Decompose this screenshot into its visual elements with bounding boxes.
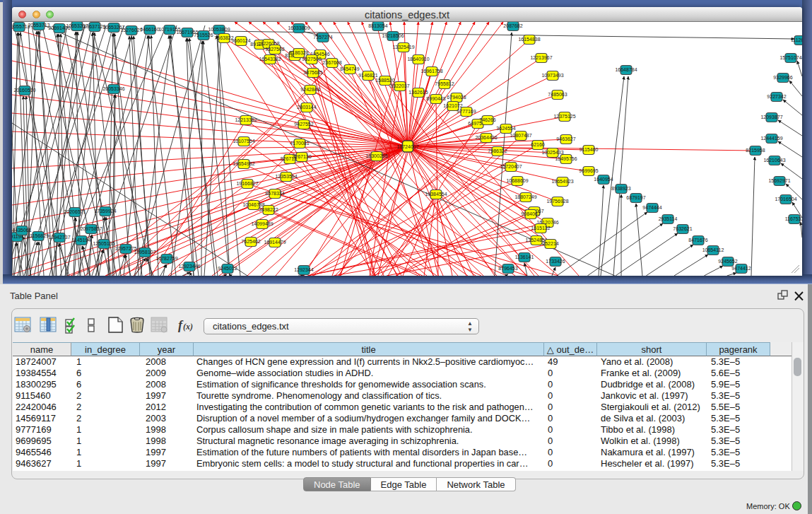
svg-text:9227342: 9227342 [767, 94, 786, 99]
svg-text:9245652: 9245652 [718, 259, 737, 264]
svg-text:12923446: 12923446 [178, 264, 200, 269]
svg-text:16648784: 16648784 [615, 67, 637, 72]
svg-text:20206571: 20206571 [64, 209, 86, 214]
svg-text:17359924: 17359924 [94, 209, 116, 214]
svg-text:3624554: 3624554 [496, 126, 515, 131]
svg-text:20975857: 20975857 [80, 226, 102, 231]
svg-text:746266: 746266 [479, 117, 495, 122]
svg-text:18724007: 18724007 [396, 144, 418, 149]
svg-text:9699695: 9699695 [579, 168, 598, 173]
svg-text:4170081: 4170081 [290, 141, 309, 146]
svg-text:(x): (x) [183, 322, 193, 332]
svg-text:6879197: 6879197 [626, 195, 645, 200]
svg-text:16154838: 16154838 [518, 37, 540, 42]
svg-text:3267130: 3267130 [292, 154, 311, 159]
svg-text:2803144: 2803144 [297, 105, 316, 110]
svg-text:16033809: 16033809 [288, 25, 310, 30]
svg-text:19218506: 19218506 [382, 33, 404, 38]
svg-text:9245012: 9245012 [218, 266, 237, 271]
svg-text:10807487: 10807487 [510, 133, 531, 138]
svg-text:19756928: 19756928 [546, 199, 568, 204]
svg-text:12093877: 12093877 [760, 115, 782, 119]
svg-text:18640910: 18640910 [407, 57, 429, 62]
svg-text:8813054: 8813054 [368, 23, 387, 28]
svg-text:12505135: 12505135 [93, 241, 114, 246]
svg-text:9427552: 9427552 [294, 122, 313, 127]
svg-text:4435061: 4435061 [12, 228, 31, 233]
svg-text:9660124: 9660124 [231, 38, 250, 43]
svg-text:16782759: 16782759 [155, 256, 177, 261]
svg-text:8990448: 8990448 [426, 96, 445, 101]
svg-text:6794028: 6794028 [447, 95, 466, 100]
svg-text:12942737: 12942737 [48, 235, 70, 240]
svg-text:7955812: 7955812 [435, 81, 454, 86]
svg-text:16543382: 16543382 [259, 57, 281, 62]
svg-text:18300295: 18300295 [365, 153, 387, 158]
svg-text:8215958: 8215958 [746, 148, 765, 153]
svg-text:10053809: 10053809 [208, 27, 230, 32]
svg-text:15720407: 15720407 [500, 164, 522, 169]
svg-text:8471676: 8471676 [688, 238, 707, 243]
svg-text:9777169: 9777169 [457, 109, 476, 114]
svg-text:9327508: 9327508 [302, 57, 321, 62]
svg-text:10654112: 10654112 [702, 247, 724, 252]
svg-text:14099489: 14099489 [251, 221, 273, 226]
svg-text:8578334: 8578334 [265, 191, 284, 196]
svg-text:1733426: 1733426 [546, 259, 565, 264]
svg-text:2367608: 2367608 [322, 60, 341, 65]
svg-text:1362615: 1362615 [408, 90, 428, 95]
svg-text:62160: 62160 [531, 142, 545, 147]
svg-text:17016504: 17016504 [775, 197, 796, 201]
svg-text:8186328: 8186328 [289, 50, 308, 55]
svg-text:12213967: 12213967 [530, 55, 552, 60]
svg-text:10688609: 10688609 [506, 178, 528, 183]
svg-text:8454749: 8454749 [340, 66, 359, 71]
svg-text:19166827: 19166827 [236, 181, 258, 186]
svg-text:10107554: 10107554 [233, 139, 254, 144]
svg-text:20160510: 20160510 [13, 88, 35, 93]
svg-text:9146821: 9146821 [358, 73, 377, 78]
svg-text:9463627: 9463627 [556, 136, 575, 141]
svg-text:2935114: 2935114 [659, 216, 678, 221]
svg-text:7515526: 7515526 [194, 33, 213, 37]
svg-text:15495756: 15495756 [555, 156, 577, 161]
svg-text:7986322: 7986322 [488, 148, 507, 153]
svg-text:7357274: 7357274 [313, 35, 332, 40]
svg-text:9242848: 9242848 [300, 87, 319, 92]
svg-text:13325419: 13325419 [392, 45, 414, 49]
svg-text:9329966: 9329966 [773, 75, 792, 80]
svg-text:9327508: 9327508 [265, 47, 284, 52]
svg-text:1615132: 1615132 [531, 226, 550, 230]
svg-text:16961758: 16961758 [420, 69, 442, 74]
svg-text:8322037: 8322037 [390, 83, 409, 88]
svg-text:3498222: 3498222 [259, 207, 278, 212]
svg-text:7625402: 7625402 [241, 239, 260, 244]
svg-text:19654923: 19654923 [551, 179, 573, 184]
svg-text:1167533: 1167533 [785, 216, 802, 221]
svg-text:19384554: 19384554 [425, 192, 447, 197]
svg-text:20553713: 20553713 [28, 23, 49, 28]
svg-text:252214: 252214 [542, 241, 558, 246]
svg-text:7632621: 7632621 [673, 226, 692, 231]
svg-text:10046788: 10046788 [242, 202, 264, 207]
svg-text:9474444: 9474444 [642, 205, 661, 210]
svg-text:12444159: 12444159 [760, 136, 782, 141]
svg-text:9474412: 9474412 [731, 266, 751, 271]
svg-text:19958107: 19958107 [134, 250, 155, 255]
svg-text:2087682: 2087682 [503, 23, 522, 28]
svg-text:20053346: 20053346 [102, 86, 124, 91]
svg-text:8796453: 8796453 [498, 266, 517, 271]
svg-text:10973493: 10973493 [541, 73, 563, 78]
svg-text:7485063: 7485063 [548, 92, 567, 97]
svg-text:16914479: 16914479 [264, 240, 286, 245]
svg-text:3875685: 3875685 [303, 70, 322, 75]
svg-text:1136141: 1136141 [515, 255, 534, 259]
svg-text:12213382: 12213382 [235, 117, 257, 122]
svg-text:15751074: 15751074 [779, 55, 801, 60]
svg-text:15692971: 15692971 [768, 178, 790, 183]
svg-text:12375125: 12375125 [553, 114, 575, 119]
svg-text:9084067: 9084067 [521, 211, 540, 216]
svg-text:1112674: 1112674 [791, 37, 802, 42]
svg-text:1640954: 1640954 [594, 177, 613, 182]
svg-text:16210643: 16210643 [763, 158, 785, 163]
